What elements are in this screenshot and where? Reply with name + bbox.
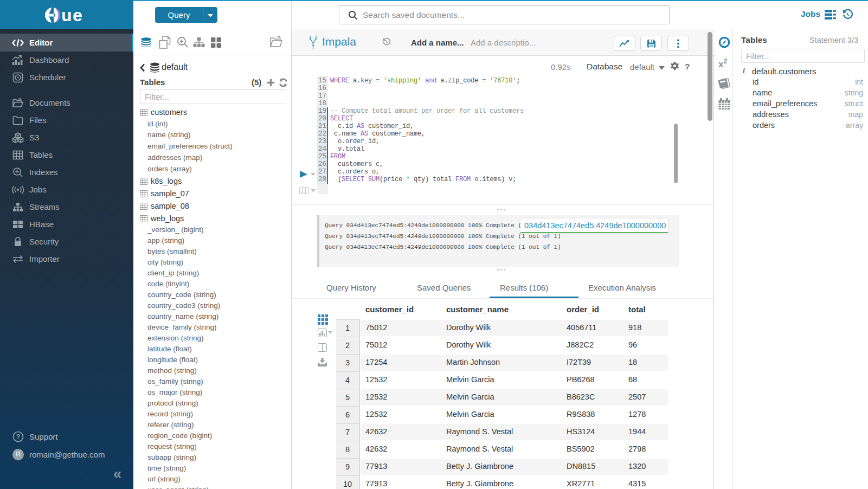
svg-text:?: ? xyxy=(16,433,20,441)
svg-text:ue: ue xyxy=(61,7,83,24)
